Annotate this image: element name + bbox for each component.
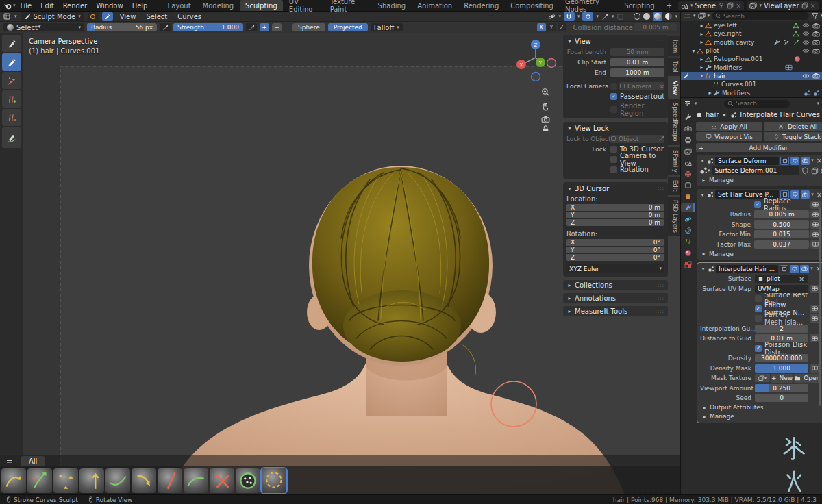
brush-select-dropdown[interactable]: Select* ▾ <box>3 23 84 32</box>
tab-material-properties[interactable] <box>681 249 695 257</box>
menu-edit[interactable]: Edit <box>36 0 58 11</box>
fake-user-shield-icon[interactable] <box>801 167 809 175</box>
workspace-tab-sculpting[interactable]: Sculpting <box>240 0 283 11</box>
tab-object-properties[interactable] <box>681 192 695 201</box>
workspace-tab-animation[interactable]: Animation <box>412 0 458 11</box>
unlink-icon[interactable]: × <box>797 275 806 283</box>
local-camera-field[interactable]: Camera× <box>619 82 664 90</box>
cursor-rotation-z[interactable]: Z0° <box>566 254 664 261</box>
mirror-y-toggle[interactable]: Y <box>547 23 556 32</box>
attribute-toggle-icon[interactable] <box>810 364 820 373</box>
add-workspace-button[interactable]: + <box>661 0 677 11</box>
menu-view[interactable]: View <box>116 13 140 21</box>
workspace-tab-rendering[interactable]: Rendering <box>458 0 504 11</box>
tab-tool-properties[interactable] <box>681 113 695 122</box>
tab-psd-layers[interactable]: PSD Layers <box>668 197 680 236</box>
cursor-location-y[interactable]: Y0 m <box>566 212 664 218</box>
collision-distance-field[interactable]: 0.005 m <box>634 23 677 32</box>
toggle-stack-button[interactable]: Toggle Stack <box>764 132 822 141</box>
unlink-icon[interactable]: × <box>819 167 822 175</box>
shading-wireframe-button[interactable] <box>634 13 640 20</box>
tab-physics-properties[interactable] <box>681 215 695 224</box>
properties-search[interactable] <box>724 100 790 108</box>
edit-mode-toggle[interactable] <box>780 157 789 165</box>
texture-browse-button[interactable]: ▾ <box>755 374 770 382</box>
shading-rendered-button[interactable] <box>665 13 672 20</box>
apply-all-button[interactable]: Apply All <box>696 122 762 131</box>
workspace-tab-scripting[interactable]: Scripting <box>619 0 660 11</box>
mirror-x-toggle[interactable]: X <box>537 23 546 32</box>
local-camera-checkbox[interactable] <box>610 83 617 90</box>
tab-constraints-properties[interactable] <box>681 226 695 235</box>
outliner-row-eye-left[interactable]: ▸ eye.left <box>681 21 822 29</box>
distance-to-guides-field[interactable]: 0.01 m <box>755 334 808 342</box>
tab-view-layer-properties[interactable] <box>681 147 695 156</box>
workspace-tab-uv-editing[interactable]: UV Editing <box>284 0 324 11</box>
expander-icon[interactable]: ▾ <box>566 186 573 192</box>
surface-object-field[interactable]: pilot× <box>755 275 808 283</box>
tool-add-brush[interactable] <box>2 90 21 108</box>
tool-stroke-pen[interactable] <box>2 127 21 148</box>
shading-solid-button[interactable] <box>643 13 650 20</box>
workspace-tab-texture-paint[interactable]: Texture Paint <box>325 0 372 11</box>
falloff-dropdown[interactable]: Falloff ▾ <box>371 23 403 32</box>
expander-icon[interactable]: ▸ <box>699 23 705 29</box>
panel-collections[interactable]: ▸Collections:::: <box>563 280 668 290</box>
hide-eye-icon[interactable] <box>802 73 810 79</box>
tab-speedretopo[interactable]: SpeedRetopo <box>668 99 680 145</box>
outliner-row-hair[interactable]: ▾ hair <box>681 72 822 80</box>
follow-surface-normal-checkbox[interactable]: ✓ <box>755 305 762 312</box>
disable-render-icon[interactable] <box>812 48 820 54</box>
brush-thumbnail-4[interactable] <box>79 468 104 493</box>
outliner-row-mouth-cavity[interactable]: ▸ mouth cavity <box>681 38 822 47</box>
scene-selector[interactable]: ▾ Scene × <box>678 1 744 10</box>
tool-density-brush[interactable] <box>2 72 21 89</box>
expander-icon[interactable]: ▾ <box>699 192 706 198</box>
disable-render-icon[interactable] <box>812 39 820 45</box>
node-group-field[interactable]: Surface Deform.001 <box>712 166 800 175</box>
new-texture-button[interactable]: +New <box>771 374 793 383</box>
tab-modifier-properties[interactable] <box>681 203 695 212</box>
tab-texture-properties[interactable] <box>681 260 695 269</box>
render-toggle[interactable] <box>801 157 810 165</box>
factor-max-field[interactable]: 0.037 <box>754 240 809 249</box>
eyedropper-icon[interactable] <box>658 136 664 142</box>
expander-icon[interactable]: ▸ <box>699 64 705 71</box>
filter-icon[interactable] <box>811 12 819 20</box>
properties-search-input[interactable] <box>736 100 786 107</box>
workspace-tab-modeling[interactable]: Modeling <box>197 0 240 11</box>
outliner-row-pilot[interactable]: ▾ pilot <box>681 47 822 55</box>
camera-to-view-checkbox[interactable] <box>610 156 617 163</box>
brush-thumbnail-5[interactable] <box>105 468 130 493</box>
close-icon[interactable]: × <box>815 157 822 164</box>
brush-thumbnail-10[interactable] <box>236 468 260 493</box>
panel-measureit-tools[interactable]: ▸MeasureIt Tools:::: <box>563 306 668 316</box>
tab-edit[interactable]: Edit <box>668 177 680 194</box>
passepartout-checkbox[interactable]: ✓ <box>610 93 617 100</box>
annotate-icon[interactable] <box>601 13 609 21</box>
modifier-name-field[interactable]: Interpolate Hair ... <box>716 265 778 273</box>
attribute-toggle-icon[interactable] <box>810 285 820 293</box>
outliner-row-curves-001[interactable]: Curves.001 <box>681 80 822 88</box>
node-tree-icon[interactable] <box>699 166 708 175</box>
attribute-toggle-icon[interactable] <box>810 314 820 323</box>
tool-delete-brush[interactable] <box>2 109 21 126</box>
workspace-tab-layout[interactable]: Layout <box>162 0 197 11</box>
brush-thumbnail-9[interactable] <box>210 468 234 493</box>
gizmo-negative-x-axis[interactable] <box>547 59 556 68</box>
strength-pressure-button[interactable] <box>246 23 257 32</box>
expander-icon[interactable]: ▾ <box>690 48 697 54</box>
lock-object-field[interactable]: Object <box>610 135 664 143</box>
seed-field[interactable]: 0 <box>755 394 808 402</box>
editor-type-icon[interactable] <box>3 12 11 21</box>
menu-file[interactable]: File <box>16 0 36 11</box>
expander-icon[interactable]: ▾ <box>699 73 705 79</box>
copy-icon[interactable] <box>801 2 808 9</box>
pan-hand-icon[interactable] <box>543 103 547 110</box>
navigation-gizmo[interactable]: Z X Y <box>512 36 560 131</box>
outliner-row-hair-modifiers[interactable]: ▸ Modifiers <box>681 88 822 97</box>
attribute-toggle-icon[interactable] <box>810 305 820 313</box>
disable-render-icon[interactable] <box>812 73 820 79</box>
menu-window[interactable]: Window <box>92 0 127 11</box>
mode-dropdown[interactable]: Sculpt Mode ▾ <box>21 12 84 21</box>
